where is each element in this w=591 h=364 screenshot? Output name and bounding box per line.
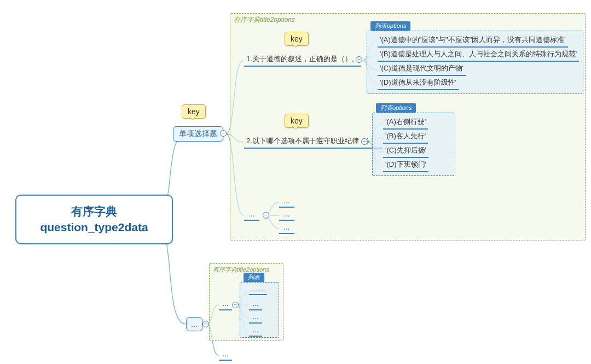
collapse-icon[interactable] xyxy=(202,321,209,327)
collapse-icon[interactable] xyxy=(263,212,269,219)
option-q2-a[interactable]: '(A)右侧行驶' xyxy=(383,116,428,130)
mindmap-canvas: 有序字典 question_type2data key 单项选择题 有序字典ti… xyxy=(0,0,591,364)
key-callout-q1: key xyxy=(285,32,309,46)
node-ellipsis[interactable]: ... xyxy=(279,209,294,221)
node-question-1[interactable]: 1.关于道德的叙述，正确的是（）。 xyxy=(244,53,361,67)
node-ellipsis[interactable]: ......... xyxy=(249,285,267,295)
node-ellipsis[interactable]: ... xyxy=(219,349,232,361)
option-q1-a[interactable]: '(A)道德中的"应该"与"不应该"因人而异，没有共同道德标准' xyxy=(378,34,568,48)
collapse-icon[interactable] xyxy=(361,138,368,145)
node-ellipsis[interactable]: ... xyxy=(249,298,262,310)
option-q1-b[interactable]: '(B)道德是处理人与人之间、人与社会之间关系的特殊行为规范' xyxy=(378,48,579,62)
node-ellipsis[interactable]: ... xyxy=(279,222,294,234)
option-q2-b[interactable]: '(B)客人先行' xyxy=(383,130,428,144)
root-label-2: question_type2data xyxy=(40,221,148,233)
option-q2-c[interactable]: '(C)先抑后扬' xyxy=(383,144,428,158)
node-ellipsis[interactable]: ... xyxy=(249,325,262,337)
node-ellipsis[interactable]: ... xyxy=(249,312,262,324)
root-label-1: 有序字典 xyxy=(71,205,117,218)
root-node[interactable]: 有序字典 question_type2data xyxy=(15,195,173,244)
key-callout-q2: key xyxy=(285,114,309,128)
collapse-icon[interactable] xyxy=(220,130,227,137)
option-q1-d[interactable]: '(D)道德从来没有阶级性' xyxy=(378,77,459,90)
collapse-icon[interactable] xyxy=(232,302,239,308)
node-ellipsis[interactable]: ... xyxy=(219,298,232,310)
node-ellipsis[interactable]: ... xyxy=(279,196,294,208)
node-more-questions[interactable]: ... xyxy=(244,209,259,221)
option-q2-d[interactable]: '(D)下班锁门' xyxy=(383,158,428,172)
option-q1-c[interactable]: '(C)道德是现代文明的产物' xyxy=(378,62,466,76)
key-callout-root: key xyxy=(182,104,206,119)
collapse-icon[interactable] xyxy=(356,56,362,63)
node-question-type-more[interactable]: ... xyxy=(186,317,202,331)
node-question-type-single[interactable]: 单项选择题 xyxy=(173,126,223,142)
